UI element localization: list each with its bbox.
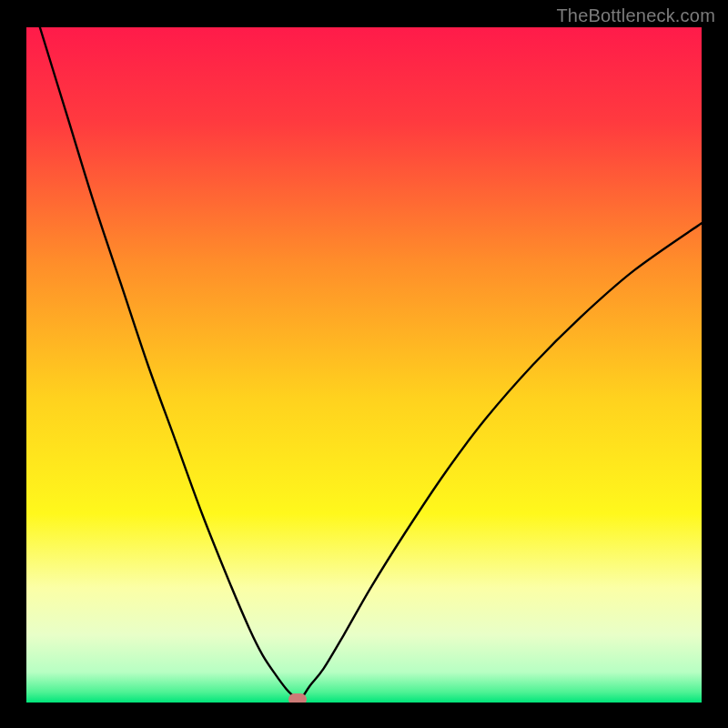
optimal-marker: [288, 693, 307, 703]
bottleneck-curve: [26, 27, 702, 703]
plot-area: [26, 27, 702, 703]
chart-frame: TheBottleneck.com: [0, 0, 728, 728]
watermark-text: TheBottleneck.com: [556, 5, 715, 26]
